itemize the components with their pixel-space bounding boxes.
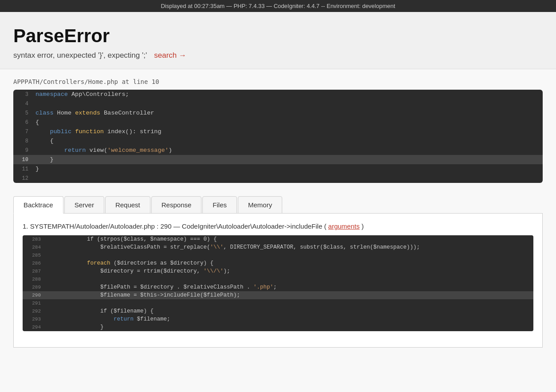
backtrace-item-1: 1. SYSTEMPATH/Autoloader/Autoloader.php … xyxy=(23,222,533,331)
bt-code-line-287: 287 $directory = rtrim($directory, '\\/\… xyxy=(23,267,533,275)
line-num-9: 9 xyxy=(13,147,35,154)
bt-line-num-291: 291 xyxy=(23,301,47,306)
bt-line-code-283: if (strpos($class, $namespace) === 0) { xyxy=(47,236,217,243)
bt-line-code-293: return $filename; xyxy=(47,316,170,323)
line-code-11: } xyxy=(35,165,39,173)
line-code-12 xyxy=(35,174,39,182)
bt-line-code-289: $filePath = $directory . $relativeClassP… xyxy=(47,284,277,291)
code-line-9: 9 return view('welcome_message') xyxy=(13,146,543,155)
line-num-8: 8 xyxy=(13,138,35,144)
code-line-5: 5 class Home extends BaseController xyxy=(13,108,543,118)
bt-code-line-294: 294 } xyxy=(23,323,533,331)
tab-server[interactable]: Server xyxy=(64,196,104,214)
backtrace-code-block: 283 if (strpos($class, $namespace) === 0… xyxy=(23,235,533,331)
line-code-8: { xyxy=(35,137,54,145)
tab-backtrace[interactable]: Backtrace xyxy=(13,196,63,214)
code-line-3: 3 namespace App\Controllers; xyxy=(13,90,543,99)
error-message: syntax error, unexpected '}', expecting … xyxy=(13,51,147,60)
tab-files[interactable]: Files xyxy=(202,196,237,214)
bt-code-line-292: 292 if ($filename) { xyxy=(23,307,533,315)
backtrace-heading-1: 1. SYSTEMPATH/Autoloader/Autoloader.php … xyxy=(23,222,533,230)
bt-line-num-288: 288 xyxy=(23,277,47,282)
bt-code-line-289: 289 $filePath = $directory . $relativeCl… xyxy=(23,283,533,291)
header-section: ParseError syntax error, unexpected '}',… xyxy=(0,12,556,69)
line-code-3: namespace App\Controllers; xyxy=(35,91,129,98)
bt-code-line-286: 286 foreach ($directories as $directory)… xyxy=(23,259,533,267)
code-line-4: 4 xyxy=(13,99,543,108)
code-line-8: 8 { xyxy=(13,136,543,146)
line-num-7: 7 xyxy=(13,129,35,135)
tabs-container: Backtrace Server Request Response Files … xyxy=(13,196,543,214)
line-num-6: 6 xyxy=(13,119,35,126)
bt-line-code-285 xyxy=(47,252,51,259)
bt-line-num-290: 290 xyxy=(23,293,47,298)
tab-memory[interactable]: Memory xyxy=(238,196,282,214)
bt-line-num-287: 287 xyxy=(23,269,47,274)
line-num-4: 4 xyxy=(13,101,35,107)
tab-request[interactable]: Request xyxy=(105,196,150,214)
line-code-5: class Home extends BaseController xyxy=(35,109,154,117)
code-line-6: 6 { xyxy=(13,118,543,127)
line-num-11: 11 xyxy=(13,166,35,172)
bt-code-line-293: 293 return $filename; xyxy=(23,315,533,323)
backtrace-prefix: 1. SYSTEMPATH/Autoloader/Autoloader.php … xyxy=(23,222,326,230)
top-bar-text: Displayed at 00:27:35am — PHP: 7.4.33 — … xyxy=(161,3,395,9)
file-location-text: APPPATH/Controllers/Home.php at line 10 xyxy=(13,78,159,85)
bt-line-num-285: 285 xyxy=(23,253,47,258)
bt-code-line-291: 291 xyxy=(23,299,533,307)
bt-line-code-292: if ($filename) { xyxy=(47,308,154,315)
line-code-9: return view('welcome_message') xyxy=(35,147,172,154)
tabs-section: Backtrace Server Request Response Files … xyxy=(0,196,556,348)
backtrace-arguments-link[interactable]: arguments xyxy=(328,222,360,230)
bt-line-num-283: 283 xyxy=(23,237,47,242)
bt-code-line-288: 288 xyxy=(23,275,533,283)
line-num-3: 3 xyxy=(13,91,35,98)
bt-line-num-294: 294 xyxy=(23,325,47,330)
code-line-10: 10 } xyxy=(13,155,543,164)
top-bar: Displayed at 00:27:35am — PHP: 7.4.33 — … xyxy=(0,0,556,12)
code-line-12: 12 xyxy=(13,174,543,183)
tab-content-backtrace: 1. SYSTEMPATH/Autoloader/Autoloader.php … xyxy=(13,213,543,348)
bt-code-line-284: 284 $relativeClassPath = str_replace('\\… xyxy=(23,243,533,251)
bt-line-code-288 xyxy=(47,276,51,283)
bt-line-num-284: 284 xyxy=(23,245,47,250)
bt-line-num-293: 293 xyxy=(23,317,47,322)
search-link[interactable]: search → xyxy=(154,51,186,60)
code-line-7: 7 public function index(): string xyxy=(13,127,543,136)
bt-line-code-286: foreach ($directories as $directory) { xyxy=(47,260,213,267)
bt-line-code-294: } xyxy=(47,324,104,331)
line-code-6: { xyxy=(35,119,39,126)
file-location: APPPATH/Controllers/Home.php at line 10 xyxy=(0,69,556,90)
bt-line-code-287: $directory = rtrim($directory, '\\/\'); xyxy=(47,268,230,275)
bt-code-line-285: 285 xyxy=(23,251,533,259)
bt-code-line-290: 290 $filename = $this->includeFile($file… xyxy=(23,291,533,299)
bt-line-num-289: 289 xyxy=(23,285,47,290)
line-num-12: 12 xyxy=(13,175,35,182)
line-code-7: public function index(): string xyxy=(35,128,162,135)
line-code-10: } xyxy=(35,156,54,163)
tab-response[interactable]: Response xyxy=(151,196,202,214)
line-num-10: 10 xyxy=(13,157,35,163)
bt-line-code-291 xyxy=(47,300,51,307)
line-num-5: 5 xyxy=(13,110,35,116)
bt-line-num-286: 286 xyxy=(23,261,47,266)
error-title: ParseError xyxy=(13,25,543,47)
bt-line-code-284: $relativeClassPath = str_replace('\\', D… xyxy=(47,244,420,251)
backtrace-suffix: ) xyxy=(362,222,364,230)
main-code-block: 3 namespace App\Controllers; 4 5 class H… xyxy=(13,90,543,183)
code-line-11: 11 } xyxy=(13,164,543,174)
error-message-row: syntax error, unexpected '}', expecting … xyxy=(13,51,543,60)
bt-line-code-290: $filename = $this->includeFile($filePath… xyxy=(47,292,240,299)
bt-code-line-283: 283 if (strpos($class, $namespace) === 0… xyxy=(23,235,533,243)
line-code-4 xyxy=(35,100,39,107)
bt-line-num-292: 292 xyxy=(23,309,47,314)
